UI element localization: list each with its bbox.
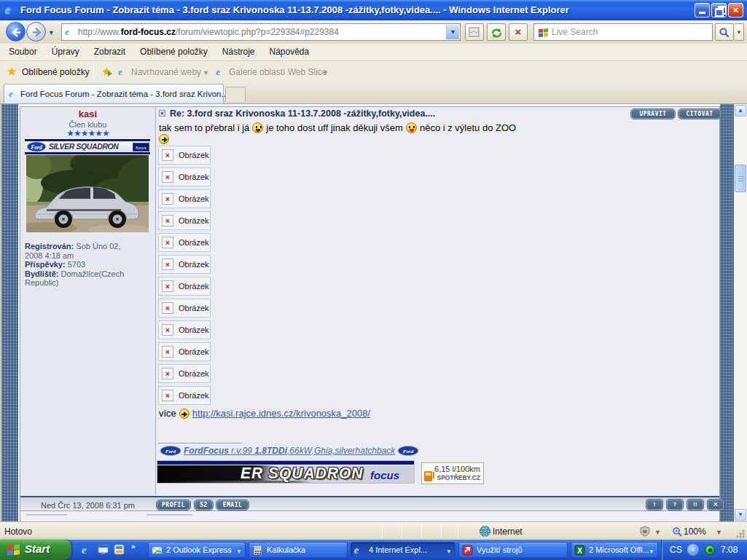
scroll-down-button[interactable]: ▼	[735, 509, 746, 521]
menu-nstroje[interactable]: Nástroje	[215, 44, 262, 60]
status-text: Hotovo	[4, 527, 32, 537]
taskbar-button-kalkula-ka[interactable]: Kalkulačka	[249, 542, 348, 558]
vertical-scrollbar[interactable]: ▲ ▼	[734, 104, 747, 521]
taskbar-button-dropdown[interactable]: ▼	[236, 548, 242, 555]
forward-button[interactable]	[26, 22, 46, 42]
compatibility-view-button[interactable]	[465, 23, 484, 41]
quick-launch-ie-icon[interactable]: e	[82, 544, 87, 556]
menu-zobrazit[interactable]: Zobrazit	[87, 44, 133, 60]
quick-launch-overflow[interactable]: »	[131, 543, 136, 551]
scroll-up-button[interactable]: ▲	[735, 105, 746, 117]
next-row-stub	[20, 511, 719, 521]
fuel-consumption-badge[interactable]: 6,15 l/100km SPOTŘEBY.CZ	[421, 462, 484, 484]
history-dropdown[interactable]: ▼	[48, 29, 55, 36]
gallery-link[interactable]: http://kasi.rajce.idnes.cz/krivonoska_20…	[192, 408, 370, 419]
menu-soubor[interactable]: Soubor	[1, 44, 44, 60]
broken-image-label: Obrázek	[179, 326, 209, 334]
clock: 7:08	[721, 545, 738, 555]
suggested-sites-dropdown[interactable]: ▼	[203, 69, 209, 76]
taskbar-button-icon	[152, 545, 163, 557]
broken-image-placeholder: ×Obrázek	[158, 211, 211, 230]
taskbar: Start e » 2 Outlook Express▼Kalkulačkae4…	[0, 540, 747, 560]
broken-image-icon: ×	[162, 302, 173, 314]
search-placeholder: Live Search	[552, 27, 598, 37]
post-action-button-3[interactable]: X	[708, 500, 724, 510]
back-button[interactable]	[6, 22, 26, 42]
protected-mode-icon	[640, 526, 650, 537]
post-action-button-0[interactable]: !	[646, 500, 662, 510]
signature-line[interactable]: FordFordFocus r.v.99 1.8TDDi,66kW,Ghia,s…	[157, 446, 421, 456]
web-slice-gallery-icon: e	[216, 66, 220, 78]
search-box[interactable]: Live Search	[533, 23, 713, 41]
taskbar-button-2-microsoft-offi-[interactable]: X2 Microsoft Offi...▼	[571, 542, 658, 558]
zoom-icon[interactable]	[672, 527, 683, 537]
taskbar-button-4-internet-expl-[interactable]: e4 Internet Expl...▼	[351, 542, 455, 558]
compat-icon	[469, 27, 480, 38]
post-title[interactable]: Re: 3.ford sraz Krivonoska 11-13.7.2008 …	[170, 109, 435, 119]
minimize-button[interactable]	[695, 3, 710, 17]
stop-button[interactable]: ×	[509, 23, 528, 41]
taskbar-button-label: Využití strojů	[477, 545, 523, 554]
resize-grip	[736, 529, 745, 538]
taskbar-button-dropdown[interactable]: ▼	[446, 548, 452, 555]
ford-logo: Ford	[397, 446, 419, 456]
edit-button[interactable]: UPRAVIT	[631, 109, 675, 119]
broken-image-icon: ×	[162, 171, 173, 183]
suggested-sites-button[interactable]: Navrhované weby	[131, 67, 201, 77]
author-column: kasi Člen klubu ★★★★★★ Ford SILVER SQUAD…	[20, 107, 156, 495]
forum-post-table: kasi Člen klubu ★★★★★★ Ford SILVER SQUAD…	[20, 106, 720, 521]
smiley-tongue-icon	[406, 122, 417, 133]
url-field[interactable]: e http://www.ford-focus.cz/forum/viewtop…	[61, 23, 461, 41]
refresh-icon	[490, 27, 503, 39]
url-text: http://www.ford-focus.cz/forum/viewtopic…	[78, 27, 339, 37]
post-action-button-2[interactable]: !!	[687, 500, 703, 510]
start-button[interactable]: Start	[0, 540, 71, 560]
web-slice-gallery-button[interactable]: Galerie oblastí Web Slice	[229, 67, 327, 77]
active-tab[interactable]: e Ford Focus Forum - Zobrazit téma - 3.f…	[4, 84, 224, 103]
quick-launch-desktop-icon[interactable]	[98, 544, 109, 555]
restore-button[interactable]	[711, 3, 727, 17]
search-button[interactable]	[715, 23, 734, 41]
suggested-sites-icon: e	[118, 66, 122, 78]
search-options-dropdown[interactable]: ▼	[735, 23, 744, 41]
profile-button[interactable]: PROFIL	[157, 500, 190, 510]
menu-pravy[interactable]: Úpravy	[44, 44, 87, 60]
close-button[interactable]: ×	[728, 3, 743, 17]
broken-image-icon: ×	[162, 259, 173, 270]
avatar-photo	[26, 155, 149, 232]
post-action-button-1[interactable]: ?	[667, 500, 683, 510]
scrollbar-thumb[interactable]	[735, 165, 746, 192]
new-tab-button[interactable]	[225, 87, 246, 102]
refresh-button[interactable]	[487, 23, 506, 41]
broken-image-placeholder: ×Obrázek	[158, 299, 211, 318]
email-button[interactable]: EMAIL	[216, 500, 249, 510]
taskbar-button-vyu-it-stroj-[interactable]: Využití strojů	[458, 542, 568, 558]
protected-mode-dropdown[interactable]: ▼	[654, 529, 661, 536]
menu-oblbenpoloky[interactable]: Oblíbené položky	[133, 44, 215, 60]
ford-logo: Ford	[26, 141, 47, 152]
broken-image-label: Obrázek	[179, 216, 209, 225]
url-dropdown[interactable]: ▼	[446, 25, 459, 39]
author-username[interactable]: kasi	[20, 109, 155, 119]
menu-npovda[interactable]: Nápověda	[262, 44, 317, 60]
address-bar: ▼ e http://www.ford-focus.cz/forum/viewt…	[0, 20, 747, 44]
broken-image-placeholder: ×Obrázek	[158, 277, 211, 296]
quote-button[interactable]: CITOVAT	[678, 109, 721, 119]
taskbar-button-dropdown[interactable]: ▼	[649, 548, 654, 555]
broken-image-label: Obrázek	[179, 304, 209, 312]
tray-status-icon[interactable]	[705, 545, 715, 555]
language-indicator[interactable]: CS	[670, 545, 682, 555]
svg-text:Ford: Ford	[403, 449, 414, 454]
s2-button[interactable]: S2	[195, 500, 213, 510]
favorites-button[interactable]: Oblíbené položky	[22, 67, 90, 77]
taskbar-button-2-outlook-express[interactable]: 2 Outlook Express▼	[148, 542, 246, 558]
zoom-dropdown[interactable]: ▼	[716, 529, 722, 536]
svg-text:X: X	[577, 547, 582, 555]
windows-flag-icon	[538, 28, 549, 39]
broken-image-label: Obrázek	[179, 260, 209, 269]
zoom-level[interactable]: 100%	[684, 527, 706, 537]
back-arrow-icon	[11, 27, 22, 38]
web-slice-gallery-dropdown[interactable]: ▼	[322, 69, 329, 76]
tray-collapse-button[interactable]: ‹	[687, 544, 699, 556]
quick-launch-app-icon[interactable]	[114, 544, 125, 555]
